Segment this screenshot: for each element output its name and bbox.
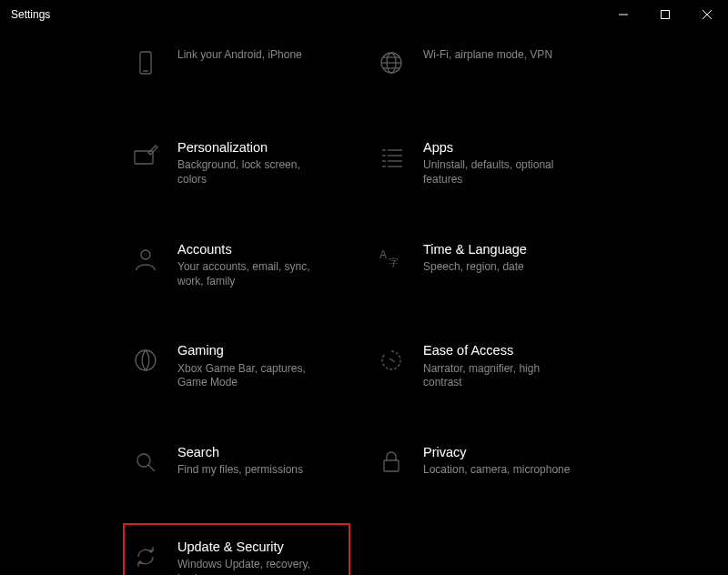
- maximize-button[interactable]: [644, 0, 686, 29]
- svg-line-25: [148, 465, 155, 471]
- tile-subtitle: Speech, region, date: [423, 260, 578, 275]
- tile-title: Update & Security: [177, 540, 341, 555]
- tile-time-language[interactable]: A字 Time & Language Speech, region, date: [369, 226, 614, 298]
- apps-icon: [376, 142, 407, 173]
- globe-icon: [376, 47, 407, 78]
- settings-grid: Link your Android, iPhone Wi-Fi, airplan…: [0, 29, 728, 575]
- personalize-icon: [130, 142, 161, 173]
- close-button[interactable]: [686, 0, 728, 29]
- svg-text:A: A: [379, 248, 387, 261]
- tile-search[interactable]: Search Find my files, permissions: [123, 429, 369, 501]
- svg-rect-11: [135, 151, 153, 164]
- tile-subtitle: Your accounts, email, sync, work, family: [177, 260, 332, 288]
- tile-title: Search: [177, 445, 359, 460]
- tile-subtitle: Xbox Game Bar, captures, Game Mode: [177, 362, 332, 390]
- tile-subtitle: Windows Update, recovery, backup: [177, 558, 332, 575]
- tile-update-security[interactable]: Update & Security Windows Update, recove…: [123, 523, 350, 575]
- tile-network[interactable]: Wi-Fi, airplane mode, VPN: [369, 29, 614, 102]
- titlebar: Settings: [0, 0, 728, 29]
- tile-subtitle: Link your Android, iPhone: [177, 48, 332, 63]
- window-controls: [602, 0, 728, 29]
- tile-title: Ease of Access: [423, 343, 605, 358]
- tile-subtitle: Wi-Fi, airplane mode, VPN: [423, 48, 578, 63]
- accounts-icon: [130, 244, 161, 275]
- tile-title: Time & Language: [423, 242, 605, 257]
- tile-subtitle: Location, camera, microphone: [423, 463, 578, 478]
- search-icon: [130, 447, 161, 478]
- tile-phone[interactable]: Link your Android, iPhone: [123, 29, 369, 102]
- tile-ease-of-access[interactable]: Ease of Access Narrator, magnifier, high…: [369, 327, 614, 407]
- tile-personalization[interactable]: Personalization Background, lock screen,…: [123, 124, 369, 204]
- svg-rect-26: [384, 460, 399, 471]
- minimize-button[interactable]: [602, 0, 644, 29]
- tile-apps[interactable]: Apps Uninstall, defaults, optional featu…: [369, 124, 614, 204]
- svg-point-24: [137, 454, 150, 467]
- tile-title: Accounts: [177, 242, 359, 257]
- tile-subtitle: Background, lock screen, colors: [177, 158, 332, 187]
- tile-subtitle: Narrator, magnifier, high contrast: [423, 362, 578, 390]
- svg-rect-1: [662, 11, 670, 19]
- svg-point-23: [136, 350, 156, 370]
- settings-content: Link your Android, iPhone Wi-Fi, airplan…: [0, 29, 728, 575]
- tile-privacy[interactable]: Privacy Location, camera, microphone: [369, 429, 614, 501]
- update-icon: [130, 541, 161, 572]
- tile-subtitle: Find my files, permissions: [177, 463, 332, 478]
- privacy-icon: [376, 447, 407, 478]
- window-title: Settings: [11, 8, 50, 21]
- tile-accounts[interactable]: Accounts Your accounts, email, sync, wor…: [123, 226, 369, 306]
- gaming-icon: [130, 345, 161, 376]
- svg-point-20: [141, 250, 150, 259]
- svg-text:字: 字: [389, 257, 399, 267]
- time-language-icon: A字: [376, 244, 407, 275]
- phone-icon: [130, 47, 161, 78]
- tile-title: Personalization: [177, 140, 359, 156]
- tile-gaming[interactable]: Gaming Xbox Game Bar, captures, Game Mod…: [123, 327, 369, 407]
- tile-subtitle: Uninstall, defaults, optional features: [423, 158, 578, 187]
- tile-title: Privacy: [423, 445, 605, 460]
- tile-title: Gaming: [177, 343, 359, 358]
- tile-title: Apps: [423, 140, 605, 156]
- ease-of-access-icon: [376, 345, 407, 376]
